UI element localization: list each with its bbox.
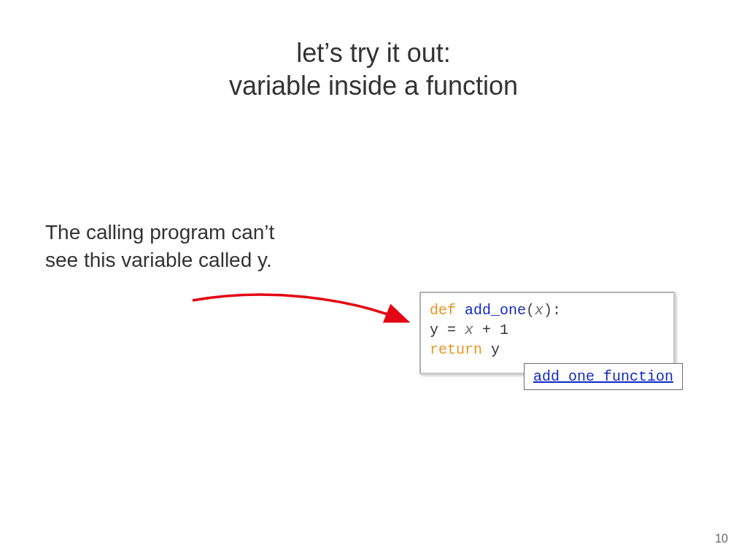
var-x: x [465,322,473,338]
paren-close-colon: ): [543,302,561,319]
return-var: y [491,341,500,358]
arrow-icon [187,292,420,335]
assign-before-x: y = [430,322,465,338]
title-line-1: let’s try it out: [0,36,747,69]
keyword-return: return [430,341,491,358]
code-line-2: y = x + 1 [430,320,665,340]
param-x: x [535,302,543,319]
body-text: The calling program can’t see this varia… [45,219,286,274]
slide-title: let’s try it out: variable inside a func… [0,36,747,102]
title-line-2: variable inside a function [0,69,747,102]
paren-open: ( [526,302,535,319]
function-name: add_one [465,302,526,319]
code-line-3: return y [430,340,665,359]
slide: let’s try it out: variable inside a func… [0,0,747,560]
link-box: add_one_function [524,363,683,390]
add-one-function-link[interactable]: add_one_function [533,368,673,385]
page-number: 10 [715,532,728,545]
keyword-def: def [430,302,465,319]
assign-after-x: + 1 [473,322,508,338]
code-line-1: def add_one(x): [430,300,665,320]
code-snippet: def add_one(x): y = x + 1 return y [419,292,675,374]
